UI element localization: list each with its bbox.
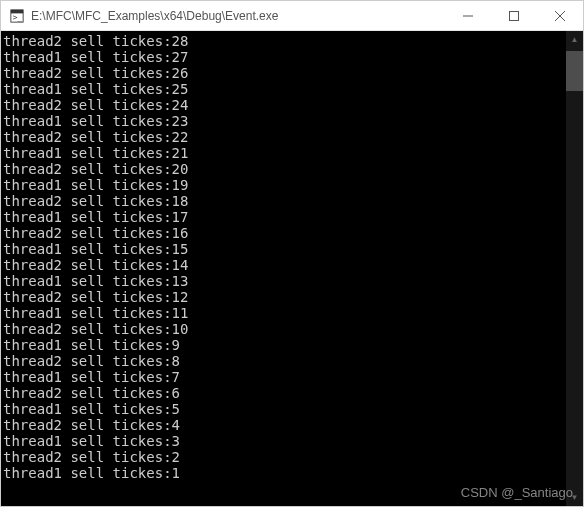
window-controls bbox=[445, 1, 583, 30]
titlebar[interactable]: >_ E:\MFC\MFC_Examples\x64\Debug\Event.e… bbox=[1, 1, 583, 31]
scroll-up-icon[interactable]: ▲ bbox=[566, 31, 583, 48]
svg-rect-4 bbox=[510, 12, 519, 21]
close-button[interactable] bbox=[537, 1, 583, 31]
vertical-scrollbar[interactable]: ▲ ▼ bbox=[566, 31, 583, 506]
scrollbar-thumb[interactable] bbox=[566, 51, 583, 91]
console-output: thread2 sell tickes:28 thread1 sell tick… bbox=[1, 31, 583, 481]
maximize-button[interactable] bbox=[491, 1, 537, 31]
console-area[interactable]: thread2 sell tickes:28 thread1 sell tick… bbox=[1, 31, 583, 506]
app-icon: >_ bbox=[9, 8, 25, 24]
console-window: >_ E:\MFC\MFC_Examples\x64\Debug\Event.e… bbox=[0, 0, 584, 507]
watermark-text: CSDN @_Santiago bbox=[461, 485, 573, 500]
window-title: E:\MFC\MFC_Examples\x64\Debug\Event.exe bbox=[31, 9, 445, 23]
svg-text:>_: >_ bbox=[13, 13, 23, 22]
minimize-button[interactable] bbox=[445, 1, 491, 31]
